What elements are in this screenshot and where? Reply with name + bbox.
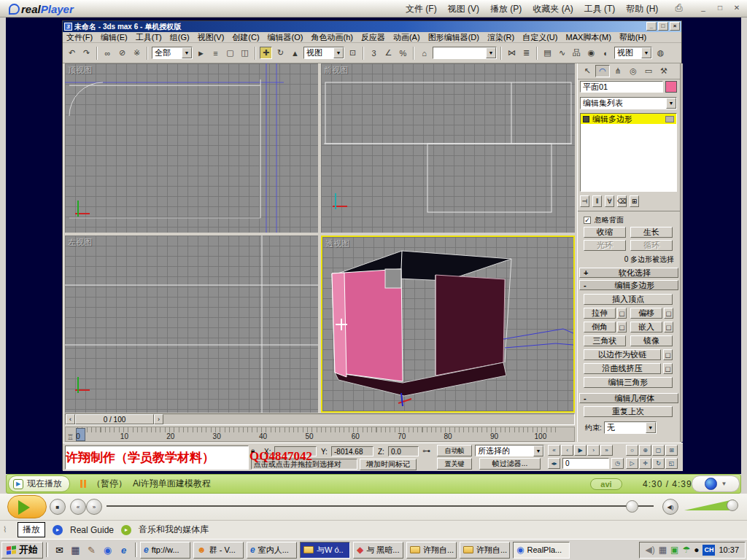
- unlink-icon[interactable]: ⊘: [116, 47, 128, 59]
- max-menu-grapheditors[interactable]: 图形编辑器(D): [428, 32, 479, 43]
- angle-snap-icon[interactable]: ∠: [382, 47, 395, 59]
- render-scene-icon[interactable]: ◐: [600, 47, 612, 59]
- rect-selection-icon[interactable]: ▢: [224, 47, 236, 59]
- play-button[interactable]: [7, 495, 47, 518]
- modifier-stack-selected-row[interactable]: 编辑多边形: [581, 114, 676, 124]
- show-end-result-icon[interactable]: ‖: [592, 195, 602, 207]
- close-button[interactable]: ✕: [730, 2, 743, 14]
- zoom-extents-all-icon[interactable]: ⊞: [665, 445, 678, 456]
- volume-tray-icon[interactable]: ◀): [646, 545, 655, 554]
- antivirus-umbrella-icon[interactable]: ☂: [682, 545, 690, 554]
- shrink-button[interactable]: 收缩: [584, 227, 626, 238]
- max-menu-maxscript[interactable]: MAX脚本(M): [565, 32, 611, 43]
- schematic-view-icon[interactable]: 品: [570, 47, 583, 59]
- mute-button[interactable]: ◀): [662, 499, 678, 515]
- network-tray-icon[interactable]: ▣: [670, 545, 678, 554]
- task-interior[interactable]: e 室内人...: [247, 542, 297, 559]
- named-selection-dropdown[interactable]: ▼: [433, 47, 497, 59]
- realplayer-quicklaunch-icon[interactable]: ◉: [101, 544, 114, 556]
- hinge-from-edge-button[interactable]: 以边作为铰链: [584, 349, 661, 360]
- mail-icon[interactable]: ✉: [53, 544, 66, 556]
- task-folder-2[interactable]: 许翔自...: [460, 542, 510, 559]
- add-time-tag-button[interactable]: 增加时间标记: [360, 459, 417, 470]
- tab-modify-icon[interactable]: ◠: [595, 65, 610, 77]
- time-slider-prev-icon[interactable]: ‹: [66, 414, 75, 424]
- modifier-list-dropdown[interactable]: 编辑集列表▼: [580, 97, 677, 109]
- task-ftp[interactable]: e ftp://w...: [140, 542, 190, 559]
- menu-favorites[interactable]: 收藏夹 (A): [533, 3, 573, 15]
- zoom-region-icon[interactable]: ▷: [626, 458, 638, 469]
- track-bar[interactable]: ♖ 010 2030 4050 6070 8090 100: [65, 427, 575, 442]
- task-qq-group[interactable]: ☻ 群 - V...: [193, 542, 244, 559]
- window-crossing-icon[interactable]: ◫: [239, 47, 251, 59]
- min-max-toggle-icon[interactable]: ◱: [665, 458, 678, 469]
- start-button[interactable]: 开始: [1, 542, 43, 559]
- object-color-swatch[interactable]: [665, 81, 677, 93]
- ignore-backfacing-row[interactable]: ✓ 忽略背面: [584, 215, 624, 225]
- edit-geometry-rollup[interactable]: -编辑几何体: [579, 393, 678, 403]
- key-filters-button[interactable]: 帧过滤器...: [479, 458, 541, 470]
- snap-toggle-icon[interactable]: 3: [368, 47, 380, 59]
- viewport-perspective[interactable]: 透视图: [321, 236, 575, 413]
- rotate-tool-icon[interactable]: ↻: [274, 47, 287, 59]
- constraints-dropdown[interactable]: 无▼: [604, 421, 657, 434]
- insert-vertex-button[interactable]: 插入顶点: [584, 294, 673, 305]
- y-coordinate-field[interactable]: -8014.68: [331, 446, 374, 456]
- hardware-tray-icon[interactable]: ▦: [659, 545, 667, 554]
- maximize-button[interactable]: □: [713, 2, 727, 14]
- message-icon[interactable]: ⎙: [676, 2, 683, 14]
- modifier-stack[interactable]: 编辑多边形: [580, 113, 677, 192]
- remove-modifier-icon[interactable]: ⌫: [617, 195, 627, 207]
- tab-hierarchy-icon[interactable]: ⋔: [611, 65, 625, 77]
- named-selection-icon[interactable]: ⌂: [418, 47, 430, 59]
- move-tool-icon[interactable]: ✚: [260, 47, 272, 59]
- task-folder-1[interactable]: 许翔自...: [406, 542, 457, 559]
- auto-key-button[interactable]: 自动帧: [437, 445, 472, 456]
- key-step-icon[interactable]: ◂▸: [548, 458, 560, 469]
- mirror-icon[interactable]: ⋈: [506, 47, 518, 59]
- zoom-all-icon[interactable]: ⊕: [639, 445, 651, 456]
- max-menu-tools[interactable]: 工具(T): [136, 32, 162, 43]
- chevron-down-icon[interactable]: ▼: [721, 481, 727, 487]
- outline-settings-button[interactable]: □: [664, 308, 673, 319]
- max-restore-button[interactable]: □: [658, 22, 668, 31]
- hinge-settings-button[interactable]: □: [663, 349, 673, 360]
- video-display-area[interactable]: 3 未命名 - 3ds max 6 - 单机授权版 _ □ × 文件(F) 编辑…: [6, 18, 741, 474]
- task-realplayer[interactable]: ◉ RealPla...: [513, 542, 570, 559]
- extrude-along-spline-settings-button[interactable]: □: [663, 363, 673, 374]
- select-object-icon[interactable]: ►: [195, 47, 207, 59]
- language-indicator[interactable]: CH: [703, 545, 715, 556]
- next-frame-icon[interactable]: ›: [587, 445, 600, 456]
- menu-tools[interactable]: 工具 (T): [584, 3, 616, 15]
- inset-button[interactable]: 嵌入: [630, 322, 662, 332]
- edit-polygons-rollup[interactable]: -编辑多边形: [579, 280, 678, 290]
- stop-button[interactable]: ■: [50, 499, 66, 515]
- tab-library[interactable]: 音乐和我的媒体库: [139, 524, 209, 536]
- menu-view[interactable]: 视图 (V): [448, 3, 479, 15]
- menu-file[interactable]: 文件 (F): [406, 3, 437, 15]
- max-minimize-button[interactable]: _: [646, 22, 657, 31]
- prev-frame-icon[interactable]: ‹: [561, 445, 573, 456]
- modifier-onoff-icon[interactable]: [665, 116, 674, 122]
- time-config-icon[interactable]: ◷: [611, 458, 624, 469]
- ignore-backfacing-checkbox[interactable]: ✓: [584, 217, 591, 224]
- redo-icon[interactable]: ↷: [80, 47, 93, 59]
- menu-play[interactable]: 播放 (P): [490, 3, 522, 15]
- max-menu-rendering[interactable]: 渲染(R): [487, 32, 514, 43]
- scale-tool-icon[interactable]: ▲: [289, 47, 301, 59]
- set-key-button[interactable]: 置关键: [437, 458, 472, 470]
- bind-spacewarp-icon[interactable]: ※: [131, 47, 143, 59]
- zoom-extents-icon[interactable]: ▢: [652, 445, 665, 456]
- max-menu-animation[interactable]: 动画(A): [393, 32, 420, 43]
- realplayer-titlebar[interactable]: real Player 文件 (F) 视图 (V) 播放 (P) 收藏夹 (A)…: [0, 0, 747, 18]
- tab-play[interactable]: 播放: [18, 522, 45, 537]
- previous-button[interactable]: «: [70, 499, 86, 515]
- max-menu-help[interactable]: 帮助(H): [619, 32, 646, 43]
- reference-coord-dropdown[interactable]: 视图▼: [303, 47, 344, 59]
- go-to-end-icon[interactable]: »: [600, 445, 613, 456]
- max-menu-edit[interactable]: 编辑(E): [101, 32, 128, 43]
- zoom-icon[interactable]: ○: [626, 445, 638, 456]
- max-menu-file[interactable]: 文件(F): [66, 32, 93, 43]
- extrude-button[interactable]: 拉伸: [584, 308, 616, 319]
- viewport-left[interactable]: 左视图: [65, 236, 318, 413]
